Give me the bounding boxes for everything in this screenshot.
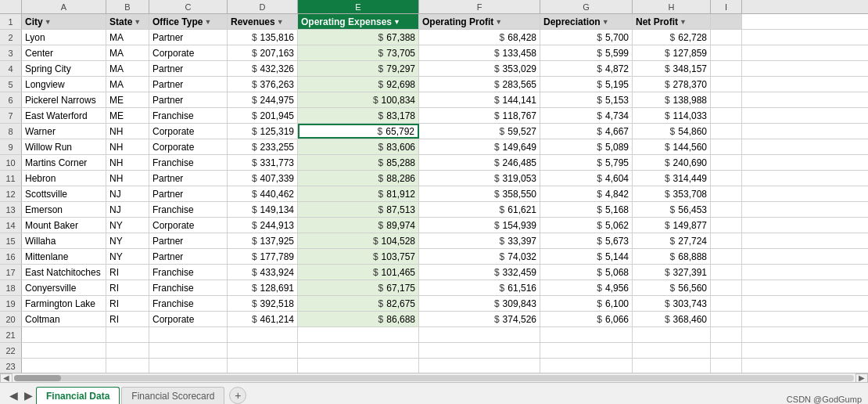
cell-opprofit-17[interactable]: $ 332,459 [419,265,540,280]
cell-opprofit-18[interactable]: $ 61,516 [419,280,540,295]
cell-netprofit-16[interactable]: $ 68,888 [633,249,711,264]
cell-office-6[interactable]: Partner [149,92,228,107]
cell-netprofit-20[interactable]: $ 368,460 [633,312,711,326]
cell-rev-14[interactable]: $ 244,913 [228,218,298,233]
cell-depr-5[interactable]: $ 5,195 [540,77,633,92]
cell-opex-17[interactable]: $ 101,465 [298,265,419,280]
cell-state-5[interactable]: MA [106,77,149,92]
table-row[interactable]: 9 Willow Run NH Corporate $ 233,255 $ 83… [0,139,868,155]
cell-city-18[interactable]: Conyersville [22,280,106,295]
cell-opprofit-9[interactable]: $ 149,649 [419,139,540,154]
col-header-I[interactable]: I [711,0,742,13]
cell-opprofit-15[interactable]: $ 33,397 [419,233,540,248]
header-office-type[interactable]: Office Type ▼ [149,14,228,29]
table-row[interactable]: 3 Center MA Corporate $ 207,163 $ 73,705… [0,45,868,61]
cell-rev-17[interactable]: $ 433,924 [228,265,298,280]
cell-opprofit-10[interactable]: $ 246,485 [419,155,540,170]
cell-opprofit-12[interactable]: $ 358,550 [419,186,540,201]
cell-opprofit-13[interactable]: $ 61,621 [419,202,540,217]
cell-rev-4[interactable]: $ 432,326 [228,61,298,76]
cell-city-17[interactable]: East Natchitoches [22,265,106,280]
cell-opprofit-5[interactable]: $ 283,565 [419,77,540,92]
cell-rev-19[interactable]: $ 392,518 [228,296,298,311]
cell-netprofit-9[interactable]: $ 144,560 [633,139,711,154]
cell-opprofit-6[interactable]: $ 144,141 [419,92,540,107]
col-header-D[interactable]: D [228,0,298,13]
cell-rev-10[interactable]: $ 331,773 [228,155,298,170]
cell-netprofit-10[interactable]: $ 240,690 [633,155,711,170]
table-row[interactable]: 5 Longview MA Partner $ 376,263 $ 92,698… [0,77,868,92]
cell-state-13[interactable]: NJ [106,202,149,217]
cell-office-14[interactable]: Corporate [149,218,228,233]
cell-state-11[interactable]: NH [106,171,149,186]
cell-state-20[interactable]: RI [106,312,149,326]
cell-depr-6[interactable]: $ 5,153 [540,92,633,107]
cell-city-9[interactable]: Willow Run [22,139,106,154]
horizontal-scrollbar[interactable]: ◀ ▶ [0,373,868,382]
cell-city-5[interactable]: Longview [22,77,106,92]
header-operating-expenses[interactable]: Operating Expenses ▼ [298,14,419,29]
col-header-E[interactable]: E [298,0,419,13]
cell-opprofit-4[interactable]: $ 353,029 [419,61,540,76]
cell-city-20[interactable]: Coltman [22,312,106,326]
tab-nav-right[interactable]: ▶ [21,387,36,404]
cell-netprofit-6[interactable]: $ 138,988 [633,92,711,107]
table-row[interactable]: 20 Coltman RI Corporate $ 461,214 $ 86,6… [0,312,868,327]
cell-state-2[interactable]: MA [106,30,149,45]
cell-opex-8[interactable]: $ 65,792 [298,124,419,139]
cell-office-7[interactable]: Franchise [149,108,228,123]
cell-depr-19[interactable]: $ 6,100 [540,296,633,311]
cell-netprofit-11[interactable]: $ 314,449 [633,171,711,186]
cell-rev-20[interactable]: $ 461,214 [228,312,298,326]
cell-state-19[interactable]: RI [106,296,149,311]
cell-depr-20[interactable]: $ 6,066 [540,312,633,326]
cell-rev-9[interactable]: $ 233,255 [228,139,298,154]
cell-city-6[interactable]: Pickerel Narrows [22,92,106,107]
cell-netprofit-8[interactable]: $ 54,860 [633,124,711,139]
cell-rev-6[interactable]: $ 244,975 [228,92,298,107]
table-row[interactable]: 18 Conyersville RI Franchise $ 128,691 $… [0,280,868,296]
cell-state-17[interactable]: RI [106,265,149,280]
cell-rev-12[interactable]: $ 440,462 [228,186,298,201]
cell-opprofit-2[interactable]: $ 68,428 [419,30,540,45]
cell-opprofit-11[interactable]: $ 319,053 [419,171,540,186]
cell-opex-19[interactable]: $ 82,675 [298,296,419,311]
tab-financial-data[interactable]: Financial Data [36,387,120,404]
col-header-C[interactable]: C [149,0,228,13]
cell-office-8[interactable]: Corporate [149,124,228,139]
header-city[interactable]: City ▼ [22,14,106,29]
table-row[interactable]: 7 East Waterford ME Franchise $ 201,945 … [0,108,868,124]
cell-state-16[interactable]: NY [106,249,149,264]
cell-city-11[interactable]: Hebron [22,171,106,186]
netprofit-dropdown-icon[interactable]: ▼ [680,18,687,26]
cell-depr-10[interactable]: $ 5,795 [540,155,633,170]
cell-netprofit-15[interactable]: $ 27,724 [633,233,711,248]
cell-state-10[interactable]: NH [106,155,149,170]
cell-office-18[interactable]: Franchise [149,280,228,295]
cell-office-3[interactable]: Corporate [149,45,228,60]
cell-office-2[interactable]: Partner [149,30,228,45]
table-row[interactable]: 2 Lyon MA Partner $ 135,816 $ 67,388 $ 6… [0,30,868,45]
cell-netprofit-12[interactable]: $ 353,708 [633,186,711,201]
cell-opprofit-8[interactable]: $ 59,527 [419,124,540,139]
cell-office-5[interactable]: Partner [149,77,228,92]
cell-opex-5[interactable]: $ 92,698 [298,77,419,92]
cell-office-20[interactable]: Corporate [149,312,228,326]
cell-office-13[interactable]: Franchise [149,202,228,217]
cell-office-19[interactable]: Franchise [149,296,228,311]
cell-opex-12[interactable]: $ 81,912 [298,186,419,201]
cell-opex-11[interactable]: $ 88,286 [298,171,419,186]
header-state[interactable]: State ▼ [106,14,149,29]
cell-depr-11[interactable]: $ 4,604 [540,171,633,186]
cell-netprofit-19[interactable]: $ 303,743 [633,296,711,311]
state-dropdown-icon[interactable]: ▼ [134,18,141,26]
cell-city-16[interactable]: Mittenlane [22,249,106,264]
tab-nav-left[interactable]: ◀ [6,387,21,404]
cell-opex-2[interactable]: $ 67,388 [298,30,419,45]
table-row[interactable]: 6 Pickerel Narrows ME Partner $ 244,975 … [0,92,868,108]
cell-city-15[interactable]: Willaha [22,233,106,248]
table-row[interactable]: 10 Martins Corner NH Franchise $ 331,773… [0,155,868,171]
cell-rev-5[interactable]: $ 376,263 [228,77,298,92]
table-row[interactable]: 11 Hebron NH Partner $ 407,339 $ 88,286 … [0,171,868,186]
scroll-right-btn[interactable]: ▶ [855,373,868,383]
